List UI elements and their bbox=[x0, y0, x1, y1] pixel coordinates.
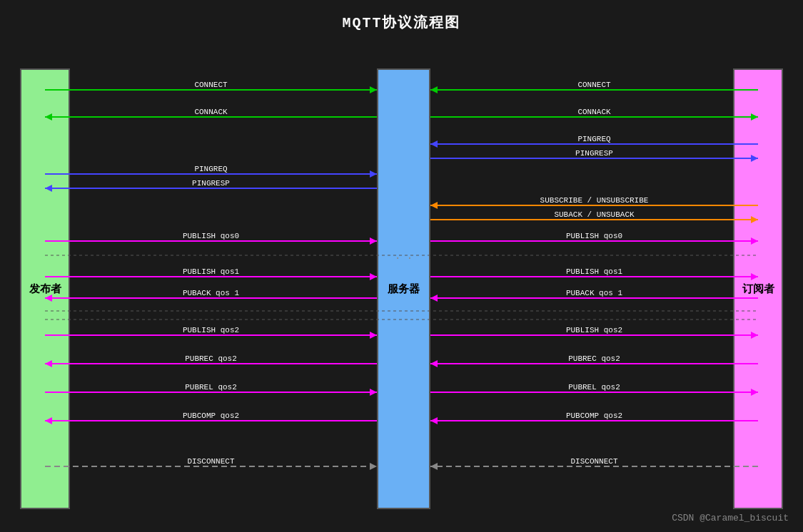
svg-text:PUBCOMP qos2: PUBCOMP qos2 bbox=[566, 411, 622, 420]
subscriber-box: 订阅者 bbox=[733, 68, 783, 509]
svg-text:PUBREC qos2: PUBREC qos2 bbox=[568, 354, 620, 363]
svg-text:PINGRESP: PINGRESP bbox=[575, 149, 613, 158]
publisher-label: 发布者 bbox=[29, 282, 61, 296]
svg-text:PUBACK qos 1: PUBACK qos 1 bbox=[566, 289, 623, 297]
svg-text:PUBACK qos 1: PUBACK qos 1 bbox=[183, 289, 240, 297]
svg-text:PUBREL qos2: PUBREL qos2 bbox=[185, 383, 237, 392]
svg-text:DISCONNECT: DISCONNECT bbox=[187, 457, 234, 466]
svg-marker-53 bbox=[370, 332, 377, 339]
svg-marker-17 bbox=[430, 140, 438, 148]
svg-text:CONNACK: CONNACK bbox=[194, 108, 228, 116]
svg-text:CONNACK: CONNACK bbox=[577, 108, 611, 116]
svg-text:PUBCOMP qos2: PUBCOMP qos2 bbox=[183, 411, 239, 420]
svg-text:SUBACK / UNSUBACK: SUBACK / UNSUBACK bbox=[554, 210, 635, 219]
svg-text:CONNECT: CONNECT bbox=[194, 81, 228, 89]
svg-text:SUBSCRIBE / UNSUBSCRIBE: SUBSCRIBE / UNSUBSCRIBE bbox=[540, 196, 649, 205]
svg-marker-29 bbox=[430, 202, 438, 209]
subscriber-label: 订阅者 bbox=[742, 282, 774, 296]
svg-text:PINGREQ: PINGREQ bbox=[577, 135, 611, 143]
svg-text:PUBLISH qos2: PUBLISH qos2 bbox=[183, 326, 239, 334]
svg-marker-50 bbox=[430, 295, 438, 302]
svg-marker-62 bbox=[430, 360, 438, 367]
svg-text:PUBREC qos2: PUBREC qos2 bbox=[185, 354, 237, 363]
svg-text:PUBLISH qos1: PUBLISH qos1 bbox=[566, 267, 623, 276]
server-box: 服务器 bbox=[377, 68, 430, 509]
svg-text:PINGRESP: PINGRESP bbox=[192, 179, 230, 188]
svg-text:PUBLISH qos0: PUBLISH qos0 bbox=[183, 232, 239, 240]
publisher-box: 发布者 bbox=[20, 68, 70, 509]
svg-marker-74 bbox=[430, 417, 438, 424]
svg-text:CONNECT: CONNECT bbox=[577, 81, 611, 89]
svg-text:PUBLISH qos1: PUBLISH qos1 bbox=[183, 267, 240, 276]
svg-text:PINGREQ: PINGREQ bbox=[194, 165, 228, 173]
svg-text:PUBREL qos2: PUBREL qos2 bbox=[568, 383, 620, 392]
watermark: CSDN @Caramel_biscuit bbox=[672, 513, 789, 523]
svg-marker-35 bbox=[370, 237, 377, 245]
diagram: MQTT协议流程图 发布者 服务器 订阅者 · ·CONNECTCONNECTC… bbox=[0, 0, 803, 532]
svg-marker-5 bbox=[370, 86, 377, 93]
svg-marker-80 bbox=[430, 463, 438, 470]
svg-marker-8 bbox=[430, 86, 438, 93]
svg-marker-23 bbox=[370, 170, 377, 178]
page-title: MQTT协议流程图 bbox=[0, 0, 803, 32]
server-label: 服务器 bbox=[388, 282, 420, 296]
svg-text:PUBLISH qos0: PUBLISH qos0 bbox=[566, 232, 622, 240]
svg-marker-65 bbox=[370, 389, 377, 396]
svg-marker-41 bbox=[370, 273, 377, 280]
svg-text:PUBLISH qos2: PUBLISH qos2 bbox=[566, 326, 622, 334]
svg-marker-77 bbox=[370, 463, 377, 470]
svg-text:DISCONNECT: DISCONNECT bbox=[570, 457, 617, 466]
